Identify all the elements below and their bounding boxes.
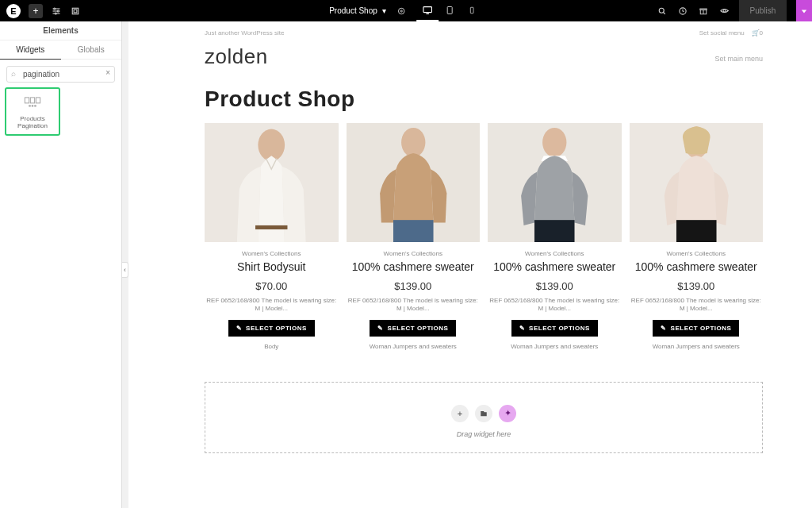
add-template-button[interactable] [475, 405, 492, 422]
product-desc: REF 0652/168/800 The model is wearing si… [347, 297, 481, 314]
svg-point-4 [57, 10, 59, 12]
set-main-menu[interactable]: Set main menu [714, 55, 763, 63]
product-category[interactable]: Women's Collections [347, 250, 481, 257]
product-image[interactable] [347, 123, 481, 242]
svg-rect-13 [470, 7, 473, 13]
svg-point-25 [29, 106, 31, 107]
wand-icon: ✎ [661, 325, 667, 332]
search-icon[interactable] [657, 6, 668, 17]
tab-globals[interactable]: Globals [61, 40, 122, 60]
product-category[interactable]: Women's Collections [488, 250, 622, 257]
chevron-down-icon: ▾ [382, 6, 386, 15]
svg-point-3 [54, 8, 56, 10]
product-tags[interactable]: Woman Jumpers and sweaters [488, 343, 622, 350]
device-mobile-icon[interactable] [461, 0, 483, 21]
product-image[interactable] [488, 123, 622, 242]
product-image[interactable] [205, 123, 339, 242]
preview-eye-icon[interactable] [718, 6, 730, 17]
product-title[interactable]: 100% cashmere sweater [488, 260, 622, 274]
svg-rect-6 [72, 8, 79, 14]
product-price: $70.00 [205, 280, 339, 292]
svg-rect-39 [676, 220, 716, 242]
select-options-button[interactable]: ✎SELECT OPTIONS [228, 320, 315, 337]
svg-rect-19 [700, 9, 707, 10]
canvas-preview: Just another WordPress site Set social m… [128, 21, 812, 508]
product-image[interactable] [630, 123, 764, 242]
svg-rect-7 [74, 10, 77, 13]
svg-rect-22 [25, 98, 29, 103]
product-grid: Women's Collections Shirt Bodysuit $70.0… [205, 123, 763, 350]
history-icon[interactable] [677, 6, 688, 17]
svg-point-26 [32, 106, 33, 107]
cart-indicator[interactable]: 🛒0 [752, 29, 763, 37]
product-title[interactable]: 100% cashmere sweater [630, 260, 764, 274]
wand-icon: ✎ [377, 325, 384, 332]
settings-sliders-icon[interactable] [51, 6, 62, 17]
top-toolbar: E + Product Shop ▾ [0, 0, 812, 21]
set-social-menu[interactable]: Set social menu [699, 29, 745, 37]
panel-collapse-handle[interactable]: ‹ [122, 262, 128, 278]
select-options-button[interactable]: ✎SELECT OPTIONS [370, 320, 456, 337]
product-category[interactable]: Women's Collections [205, 250, 339, 257]
svg-rect-10 [423, 6, 432, 12]
product-title[interactable]: 100% cashmere sweater [347, 260, 481, 274]
product-desc: REF 0652/168/800 The model is wearing si… [205, 297, 339, 314]
widget-search: ⌕ × [6, 66, 115, 83]
publish-button[interactable]: Publish [739, 0, 787, 21]
page-name: Product Shop [329, 6, 377, 15]
drop-zone-label: Drag widget here [205, 430, 762, 438]
product-tags[interactable]: Woman Jumpers and sweaters [630, 343, 764, 350]
product-desc: REF 0652/168/800 The model is wearing si… [630, 297, 764, 314]
elementor-logo-icon[interactable]: E [6, 4, 21, 18]
device-desktop-icon[interactable] [416, 0, 439, 21]
add-section-button[interactable]: + [451, 405, 469, 422]
search-icon: ⌕ [11, 69, 16, 78]
svg-rect-36 [534, 220, 575, 242]
elements-panel: Elements Widgets Globals ⌕ × Products Pa… [0, 21, 122, 508]
select-options-button[interactable]: ✎SELECT OPTIONS [653, 320, 739, 337]
product-card: Women's Collections 100% cashmere sweate… [347, 123, 481, 350]
wand-icon: ✎ [236, 325, 243, 332]
page-selector[interactable]: Product Shop ▾ [329, 6, 386, 15]
product-price: $139.00 [488, 280, 622, 292]
search-input[interactable] [6, 66, 115, 83]
svg-point-27 [35, 106, 36, 107]
clear-search-icon[interactable]: × [105, 68, 110, 77]
svg-rect-33 [393, 220, 433, 242]
add-element-button[interactable]: + [29, 4, 43, 18]
product-card: Women's Collections Shirt Bodysuit $70.0… [205, 123, 339, 350]
select-options-button[interactable]: ✎SELECT OPTIONS [511, 320, 598, 337]
product-price: $139.00 [347, 280, 481, 292]
gift-icon[interactable] [698, 6, 709, 17]
svg-marker-21 [802, 10, 806, 13]
svg-rect-30 [255, 225, 287, 229]
page-settings-icon[interactable] [396, 6, 407, 17]
svg-point-14 [659, 8, 664, 13]
ai-button[interactable]: ✦ [499, 405, 516, 422]
site-brand: zolden [205, 44, 268, 69]
product-desc: REF 0652/168/800 The model is wearing si… [488, 297, 622, 314]
product-tags[interactable]: Woman Jumpers and sweaters [347, 343, 481, 350]
wand-icon: ✎ [519, 325, 526, 332]
product-card: Women's Collections 100% cashmere sweate… [630, 123, 764, 350]
svg-rect-12 [447, 6, 452, 13]
svg-point-20 [723, 10, 726, 12]
page-title: Product Shop [205, 87, 763, 112]
device-tablet-icon[interactable] [439, 0, 461, 21]
publish-options-button[interactable] [796, 0, 812, 21]
widget-label: Products Pagination [8, 115, 57, 129]
pagination-widget-icon [8, 97, 57, 110]
product-tags[interactable]: Body [205, 343, 339, 350]
svg-point-32 [401, 128, 425, 157]
svg-rect-24 [36, 98, 40, 103]
svg-line-15 [664, 12, 665, 13]
svg-point-8 [398, 8, 404, 14]
widget-products-pagination[interactable]: Products Pagination [5, 87, 60, 136]
structure-icon[interactable] [70, 6, 81, 17]
product-category[interactable]: Women's Collections [630, 250, 764, 257]
tab-widgets[interactable]: Widgets [0, 40, 61, 60]
product-title[interactable]: Shirt Bodysuit [205, 260, 339, 274]
drop-zone[interactable]: + ✦ Drag widget here [205, 382, 763, 453]
panel-title: Elements [0, 21, 121, 40]
site-tagline: Just another WordPress site [205, 29, 284, 37]
